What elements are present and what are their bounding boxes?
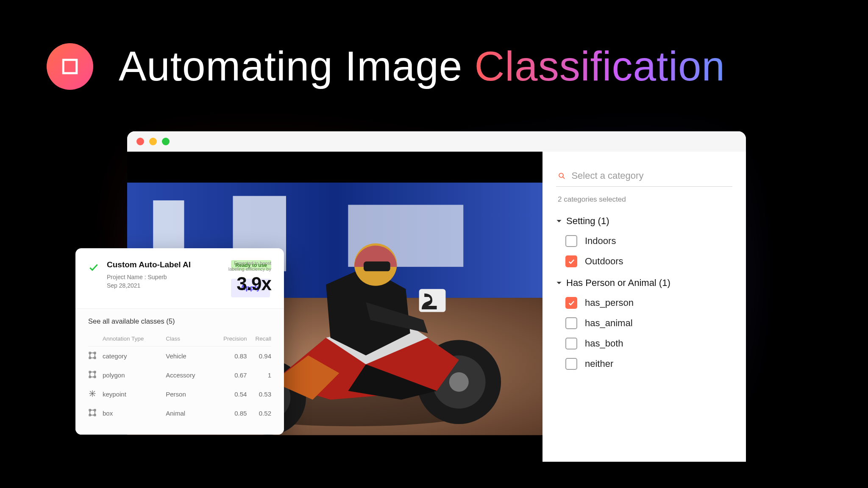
option-label: has_animal: [585, 318, 633, 329]
table-row: keypointPerson0.540.53: [88, 385, 271, 404]
table-row: polygonAccessory0.671: [88, 366, 271, 385]
checkbox[interactable]: [565, 317, 577, 329]
category-option[interactable]: has_both: [565, 333, 732, 354]
zoom-dot-icon[interactable]: [162, 138, 170, 145]
cell-recall: 0.52: [247, 404, 271, 423]
checkbox[interactable]: [565, 358, 577, 370]
category-option[interactable]: neither: [565, 354, 732, 374]
category-panel: 2 categories selected Setting (1)Indoors…: [542, 152, 746, 462]
check-icon: [88, 262, 99, 273]
card-title: Custom Auto-Label AI: [107, 260, 223, 269]
checkbox[interactable]: [565, 297, 577, 309]
svg-line-45: [94, 391, 95, 392]
group-name: Has Person or Animal (1): [566, 277, 670, 288]
table-row: boxAnimal0.850.52: [88, 404, 271, 423]
cell-class: Person: [166, 385, 211, 404]
caret-down-icon: [556, 218, 562, 224]
option-label: has_person: [585, 297, 634, 308]
option-label: Indoors: [585, 236, 616, 247]
cell-precision: 0.85: [211, 404, 247, 423]
checkbox[interactable]: [565, 338, 577, 349]
classes-table: Annotation TypeClassPrecisionRecall cate…: [88, 333, 271, 423]
cell-precision: 0.67: [211, 366, 247, 385]
keypoint-icon: [88, 389, 97, 398]
group-name: Setting (1): [566, 216, 609, 227]
window-titlebar: [127, 131, 746, 152]
box-icon: [88, 351, 97, 360]
selected-count: 2 categories selected: [558, 195, 731, 204]
svg-rect-16: [364, 261, 390, 271]
svg-point-18: [559, 173, 563, 177]
option-label: Outdoors: [585, 256, 623, 267]
category-option[interactable]: Indoors: [565, 231, 732, 251]
cell-precision: 0.54: [211, 385, 247, 404]
col-recall: Recall: [247, 333, 271, 347]
minimize-dot-icon[interactable]: [149, 138, 157, 145]
group-header[interactable]: Has Person or Animal (1): [556, 277, 732, 288]
cell-type: polygon: [103, 366, 166, 385]
project-name: Project Name : Superb: [107, 273, 223, 281]
cell-class: Animal: [166, 404, 211, 423]
checkbox[interactable]: [565, 255, 577, 267]
search-icon: [558, 172, 565, 180]
cell-recall: 0.53: [247, 385, 271, 404]
project-date: Sep 28,2021: [107, 281, 223, 290]
category-option[interactable]: has_person: [565, 293, 732, 313]
cell-recall: 1: [247, 366, 271, 385]
close-dot-icon[interactable]: [136, 138, 144, 145]
category-search-input[interactable]: [571, 170, 731, 181]
svg-line-43: [90, 391, 91, 392]
option-label: has_both: [585, 338, 623, 349]
auto-label-card: Custom Auto-Label AI Project Name : Supe…: [75, 248, 284, 435]
svg-line-46: [90, 395, 91, 396]
table-row: categoryVehicle0.830.94: [88, 347, 271, 366]
svg-line-19: [563, 177, 565, 179]
category-option[interactable]: Outdoors: [565, 251, 732, 272]
available-classes: See all available classes (5): [88, 317, 271, 325]
square-icon: [58, 55, 81, 78]
box-icon: [88, 370, 97, 379]
svg-point-38: [92, 393, 93, 394]
cell-type: keypoint: [103, 385, 166, 404]
col-class: Class: [166, 333, 211, 347]
boost-label: Expected to boostlabeling efficiency by: [228, 260, 271, 272]
col-precision: Precision: [211, 333, 247, 347]
svg-rect-1: [127, 152, 542, 178]
cell-recall: 0.94: [247, 347, 271, 366]
svg-rect-0: [63, 60, 77, 73]
category-search[interactable]: [556, 168, 732, 187]
col-annotation-type: Annotation Type: [103, 333, 166, 347]
checkbox[interactable]: [565, 235, 577, 247]
cell-class: Accessory: [166, 366, 211, 385]
option-label: neither: [585, 358, 613, 369]
svg-rect-2: [127, 435, 542, 462]
svg-point-12: [449, 372, 469, 392]
cell-precision: 0.83: [211, 347, 247, 366]
category-option[interactable]: has_animal: [565, 313, 732, 333]
box-icon: [88, 408, 97, 417]
page-title: Automating Image Classification: [119, 42, 725, 90]
boost-value: 3.9x: [228, 273, 271, 294]
brand-logo: [47, 43, 93, 90]
cell-type: box: [103, 404, 166, 423]
group-header[interactable]: Setting (1): [556, 216, 732, 227]
cell-class: Vehicle: [166, 347, 211, 366]
cell-type: category: [103, 347, 166, 366]
caret-down-icon: [556, 280, 562, 286]
svg-line-44: [94, 395, 95, 396]
